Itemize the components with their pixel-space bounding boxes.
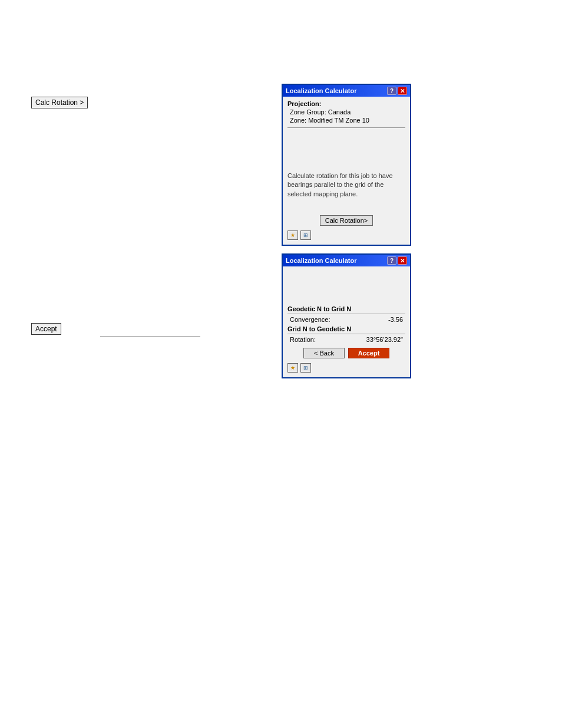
grid-to-geodetic-header: Grid N to Geodetic N: [287, 325, 405, 334]
rotation-label: Rotation:: [290, 336, 316, 343]
accept-left-button[interactable]: Accept: [31, 323, 61, 335]
dialog1-star-icon[interactable]: ★: [287, 230, 298, 240]
dialog1-calc-rotation-button[interactable]: Calc Rotation>: [320, 215, 373, 226]
dialog1-title: Localization Calculator: [286, 87, 387, 94]
convergence-row: Convergence: -3.56: [287, 316, 405, 323]
rotation-row: Rotation: 33°56'23.92": [287, 336, 405, 343]
dialog1-titlebar: Localization Calculator ? ✕: [283, 85, 410, 97]
dialog2-titlebar: Localization Calculator ? ✕: [283, 255, 410, 266]
dialog1-description: Calculate rotation for this job to have …: [287, 172, 405, 199]
localization-calculator-dialog-2: Localization Calculator ? ✕ Geodetic N t…: [282, 253, 411, 378]
grid-to-geodetic-section: Grid N to Geodetic N Rotation: 33°56'23.…: [287, 325, 405, 343]
dialog1-grid-icon[interactable]: ⊞: [300, 230, 311, 240]
geodetic-to-grid-header: Geodetic N to Grid N: [287, 305, 405, 314]
dialog1-help-icon[interactable]: ?: [387, 87, 396, 95]
rotation-input-field[interactable]: [100, 328, 200, 337]
dialog2-help-icon[interactable]: ?: [387, 256, 396, 265]
convergence-value: -3.56: [388, 316, 403, 323]
dialog2-grid-icon[interactable]: ⊞: [300, 363, 311, 373]
dialog1-zone: Zone: Modified TM Zone 10: [287, 117, 405, 124]
dialog2-close-icon[interactable]: ✕: [398, 256, 407, 265]
dialog1-close-icon[interactable]: ✕: [398, 87, 407, 95]
geodetic-to-grid-section: Geodetic N to Grid N Convergence: -3.56: [287, 305, 405, 323]
calc-rotation-left-button[interactable]: Calc Rotation >: [31, 97, 88, 108]
dialog2-accept-button[interactable]: Accept: [348, 348, 389, 358]
dialog2-back-button[interactable]: < Back: [303, 348, 345, 358]
localization-calculator-dialog-1: Localization Calculator ? ✕ Projection: …: [282, 84, 411, 246]
dialog1-divider: [287, 127, 405, 128]
dialog1-zone-group: Zone Group: Canada: [287, 108, 405, 116]
dialog1-projection-label: Projection:: [287, 100, 405, 107]
rotation-value: 33°56'23.92": [366, 336, 403, 343]
dialog2-title: Localization Calculator: [286, 257, 387, 264]
dialog2-star-icon[interactable]: ★: [287, 363, 298, 373]
convergence-label: Convergence:: [290, 316, 330, 323]
